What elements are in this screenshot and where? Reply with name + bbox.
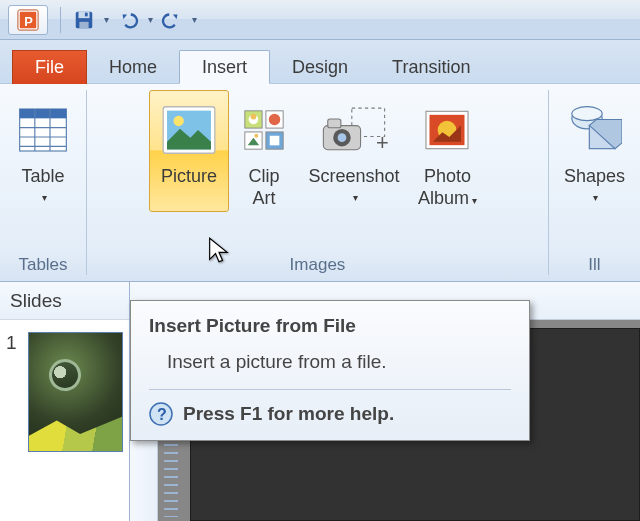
tooltip-body: Insert a picture from a file. bbox=[149, 337, 511, 387]
svg-point-19 bbox=[251, 114, 257, 120]
qat-customize[interactable]: ▾ bbox=[189, 14, 199, 25]
group-tables-label: Tables bbox=[6, 251, 80, 281]
svg-rect-4 bbox=[79, 11, 90, 17]
photo-album-icon bbox=[419, 95, 475, 165]
undo-dropdown[interactable]: ▾ bbox=[145, 14, 155, 25]
redo-button[interactable] bbox=[155, 5, 189, 35]
table-label: Table bbox=[21, 165, 64, 187]
picture-button[interactable]: Picture bbox=[149, 90, 229, 212]
photo-album-button[interactable]: PhotoAlbum▾ bbox=[409, 90, 486, 215]
slides-header[interactable]: Slides bbox=[0, 282, 129, 320]
album-label-2: Album bbox=[418, 188, 469, 208]
svg-point-23 bbox=[254, 134, 258, 138]
tab-home[interactable]: Home bbox=[87, 50, 179, 84]
svg-rect-25 bbox=[270, 136, 280, 146]
group-images: Picture ClipArt + Screenshot▾ PhotoAlbum… bbox=[87, 84, 548, 281]
shapes-button[interactable]: Shapes▾ bbox=[555, 90, 634, 212]
slides-pane: Slides 1 bbox=[0, 282, 130, 521]
ribbon-tabs: File Home Insert Design Transition bbox=[0, 40, 640, 84]
cursor-icon bbox=[205, 236, 233, 264]
svg-rect-6 bbox=[85, 12, 88, 16]
screenshot-icon: + bbox=[319, 95, 389, 165]
tooltip-help-text: Press F1 for more help. bbox=[183, 403, 394, 425]
slide-thumbnail[interactable] bbox=[28, 332, 123, 452]
clipart-label-1: Clip bbox=[248, 165, 279, 187]
screenshot-button[interactable]: + Screenshot▾ bbox=[299, 90, 409, 212]
svg-rect-28 bbox=[328, 119, 341, 128]
svg-point-21 bbox=[269, 114, 281, 126]
group-tables: Table▾ Tables bbox=[0, 84, 86, 281]
qa-separator bbox=[60, 7, 61, 33]
shapes-label: Shapes bbox=[564, 165, 625, 187]
svg-text:+: + bbox=[376, 130, 389, 155]
save-dropdown[interactable]: ▾ bbox=[101, 14, 111, 25]
tooltip: Insert Picture from File Insert a pictur… bbox=[130, 300, 530, 441]
tooltip-help: ? Press F1 for more help. bbox=[149, 402, 511, 426]
clipart-button[interactable]: ClipArt bbox=[229, 90, 299, 212]
svg-point-16 bbox=[173, 116, 183, 126]
svg-point-30 bbox=[338, 133, 347, 142]
tab-transitions[interactable]: Transition bbox=[370, 50, 492, 84]
tab-design[interactable]: Design bbox=[270, 50, 370, 84]
clipart-label-2: Art bbox=[248, 187, 279, 209]
undo-button[interactable] bbox=[111, 5, 145, 35]
tab-insert[interactable]: Insert bbox=[179, 50, 270, 84]
title-bar: P ▾ ▾ ▾ bbox=[0, 0, 640, 40]
clipart-icon bbox=[241, 95, 287, 165]
ribbon-body: Table▾ Tables Picture ClipArt + bbox=[0, 84, 640, 282]
shapes-icon bbox=[566, 95, 622, 165]
group-illustrations: Shapes▾ Ill bbox=[549, 84, 640, 281]
group-illustrations-label: Ill bbox=[555, 251, 634, 281]
table-icon bbox=[15, 95, 71, 165]
picture-label: Picture bbox=[161, 165, 217, 187]
svg-rect-5 bbox=[79, 21, 88, 27]
picture-icon bbox=[158, 95, 220, 165]
help-icon: ? bbox=[149, 402, 173, 426]
svg-point-36 bbox=[572, 107, 602, 121]
slide-number: 1 bbox=[6, 332, 24, 452]
svg-rect-8 bbox=[20, 109, 67, 118]
save-button[interactable] bbox=[67, 5, 101, 35]
group-images-label: Images bbox=[93, 251, 542, 281]
table-button[interactable]: Table▾ bbox=[6, 90, 80, 212]
album-label-1: Photo bbox=[418, 165, 477, 187]
tab-file[interactable]: File bbox=[12, 50, 87, 84]
tooltip-separator bbox=[149, 389, 511, 390]
svg-text:?: ? bbox=[157, 406, 167, 423]
tooltip-title: Insert Picture from File bbox=[149, 315, 511, 337]
slide-thumbnail-row[interactable]: 1 bbox=[0, 320, 129, 464]
app-button[interactable]: P bbox=[8, 5, 48, 35]
screenshot-label: Screenshot bbox=[308, 165, 399, 187]
svg-text:P: P bbox=[24, 13, 33, 28]
